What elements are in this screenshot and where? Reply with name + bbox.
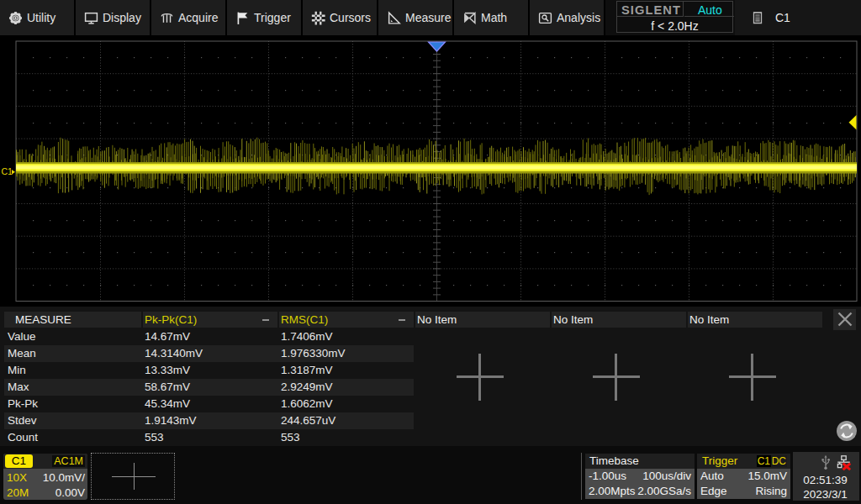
svg-text:C1: C1 [2, 166, 13, 176]
